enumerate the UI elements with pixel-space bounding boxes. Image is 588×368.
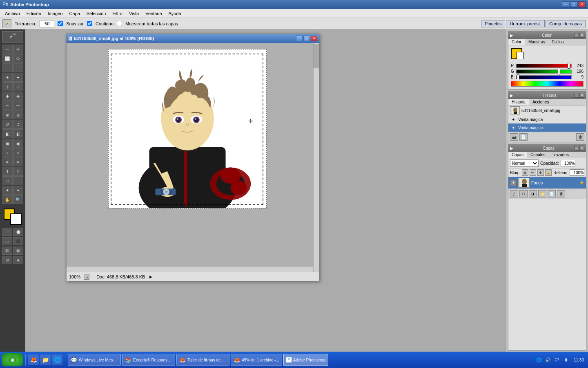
scrollbar-right[interactable] [313, 43, 319, 272]
red-thumb[interactable] [568, 63, 570, 69]
layer-mask-btn[interactable]: □ [519, 190, 528, 197]
shape-tool[interactable]: □ [2, 176, 13, 185]
lasso-tool[interactable]: ⌒ [2, 63, 13, 72]
custom-shape-tool[interactable]: □ [13, 176, 23, 185]
taskbar-app-firefox2[interactable]: 🦊 49% de 1 archivo -... [231, 354, 282, 366]
menu-capa[interactable]: Capa [66, 10, 83, 17]
history-item-2[interactable]: ✦ Varita mágica [508, 123, 586, 132]
blue-slider[interactable] [516, 75, 572, 79]
extra-btn-4[interactable]: ◈ [13, 256, 23, 264]
taskbar-app-messenger[interactable]: 💬 Windows Live Mess... [68, 354, 121, 366]
lock-position-btn[interactable]: ✛ [537, 169, 544, 176]
tolerance-input[interactable] [40, 20, 54, 27]
maximize-button[interactable]: □ [570, 1, 577, 8]
standard-screen-button[interactable]: ▭ [2, 237, 12, 245]
taskbar-app-photoshop[interactable]: 🅿 Adobe Photoshop [283, 354, 329, 366]
pencil-tool[interactable]: ✏ [13, 101, 23, 110]
eyedropper-tool[interactable]: ✦ [2, 186, 13, 195]
paint-bucket-tool[interactable]: ▣ [13, 139, 23, 148]
history-panel-close[interactable]: ✕ [579, 93, 584, 98]
vertical-text-tool[interactable]: T [13, 167, 23, 176]
opacity-input[interactable] [561, 160, 575, 166]
layer-delete-btn[interactable]: 🗑 [557, 190, 565, 197]
patch-tool[interactable]: ✚ [13, 92, 23, 101]
tab-estilos[interactable]: Estilos [548, 39, 567, 45]
lock-transparent-btn[interactable]: ▤ [522, 169, 528, 176]
pinceles-button[interactable]: Pinceles [481, 20, 506, 27]
fullscreen-button[interactable]: ⬛ [13, 237, 23, 245]
burn-tool[interactable]: ○ [13, 148, 23, 157]
green-slider[interactable] [516, 70, 572, 74]
red-slider[interactable] [516, 64, 572, 68]
menu-ayuda[interactable]: Ayuda [165, 10, 185, 17]
sys-volume-icon[interactable]: 🔊 [544, 356, 552, 364]
layers-panel-close[interactable]: ✕ [579, 146, 584, 150]
history-panel-minimize[interactable]: — [574, 93, 579, 98]
tab-muestras[interactable]: Muestras [525, 39, 548, 45]
art-history-tool[interactable]: ↺ [13, 120, 23, 129]
taskbar-app-encarta[interactable]: 📚 Encarta® Respuesta... [122, 354, 175, 366]
color-panel-close[interactable]: ✕ [579, 33, 584, 38]
blend-mode-select[interactable]: Normal [510, 159, 539, 167]
fill-input[interactable] [570, 169, 584, 176]
pen-tool[interactable]: ✒ [2, 157, 13, 166]
tab-acciones[interactable]: Acciones [529, 99, 552, 105]
bg-color-swatch[interactable] [517, 52, 524, 59]
crop-tool[interactable]: ⊹ [2, 82, 13, 91]
layer-group-btn[interactable]: 📁 [538, 190, 546, 197]
polygonal-lasso-tool[interactable]: ⌒ [13, 63, 23, 72]
history-brush-tool[interactable]: ↺ [2, 120, 13, 129]
background-color[interactable] [10, 213, 22, 225]
healing-tool[interactable]: ✚ [2, 92, 13, 101]
history-snapshot-btn[interactable]: 📷 [510, 133, 518, 141]
tab-historia[interactable]: Historia [508, 99, 529, 105]
hand-tool[interactable]: ✋ [2, 195, 13, 204]
horizontal-text-tool[interactable]: T [2, 167, 13, 176]
green-thumb[interactable] [558, 69, 560, 74]
menu-edicion[interactable]: Edición [23, 10, 45, 17]
bg-eraser-tool[interactable]: ◧ [13, 129, 23, 138]
quick-select-tool[interactable]: ✦ [13, 73, 23, 82]
menu-imagen[interactable]: Imagen [45, 10, 66, 17]
taskbar-firefox-icon[interactable]: 🦊 [28, 355, 39, 365]
extra-btn-2[interactable]: ▦ [13, 247, 23, 255]
clone-stamp-tool[interactable]: ⊕ [2, 110, 13, 119]
color-panel-minimize[interactable]: — [574, 33, 579, 38]
minimize-button[interactable]: — [562, 1, 569, 8]
dodge-tool[interactable]: ○ [2, 148, 13, 157]
tool-options-icon[interactable]: 🪄 [2, 19, 11, 28]
standard-mode-button[interactable]: □ [2, 228, 12, 236]
ellipse-marquee-tool[interactable]: ⬭ [13, 54, 23, 63]
image-canvas[interactable]: ✛ [108, 49, 267, 209]
freeform-pen-tool[interactable]: ✒ [13, 157, 23, 166]
menu-archivo[interactable]: Archivo [2, 10, 23, 17]
status-arrow-right[interactable]: ▶ [148, 274, 153, 279]
taskbar-explorer-icon[interactable]: 📁 [40, 355, 51, 365]
contiguo-checkbox[interactable] [87, 21, 92, 26]
blue-thumb[interactable] [517, 74, 519, 80]
muestrear-checkbox[interactable] [117, 21, 122, 26]
scrollbar-thumb-vertical[interactable] [314, 44, 319, 68]
taskbar-app-taller[interactable]: 🦊 Taller de firmas de T... [176, 354, 229, 366]
extra-btn-1[interactable]: ▥ [2, 247, 12, 255]
herram-button[interactable]: Herram. preest. [506, 20, 544, 27]
layer-row-0[interactable]: 👁 Fondo 🔒 [508, 177, 586, 188]
sys-security-icon[interactable]: 🛡 [553, 356, 561, 364]
canvas-area[interactable]: 🖼 531163538_small.jpg al 100% (RGB/8) — … [25, 29, 506, 352]
image-minimize-button[interactable]: — [296, 36, 303, 41]
tab-color[interactable]: Color [508, 39, 525, 45]
extra-btn-3[interactable]: ⊞ [2, 256, 12, 264]
taskbar-ie-icon[interactable]: 🌐 [52, 355, 62, 365]
history-new-doc-btn[interactable]: 📄 [519, 133, 528, 141]
move-tool[interactable]: ↔ [2, 45, 13, 54]
comp-button[interactable]: Comp. de capas [546, 20, 586, 27]
tab-trazados[interactable]: Trazados [549, 152, 572, 158]
color-spectrum[interactable] [511, 81, 584, 87]
color-sampler-tool[interactable]: ✦ [13, 186, 23, 195]
sys-media-icon[interactable]: ⏸ [562, 356, 570, 364]
start-button[interactable]: ⊞ [2, 353, 23, 366]
quick-mask-button[interactable]: ⬤ [13, 228, 23, 236]
image-close-button[interactable]: ✕ [311, 36, 317, 41]
suavizar-checkbox[interactable] [58, 21, 63, 26]
layer-style-btn[interactable]: ƒ [510, 190, 518, 197]
